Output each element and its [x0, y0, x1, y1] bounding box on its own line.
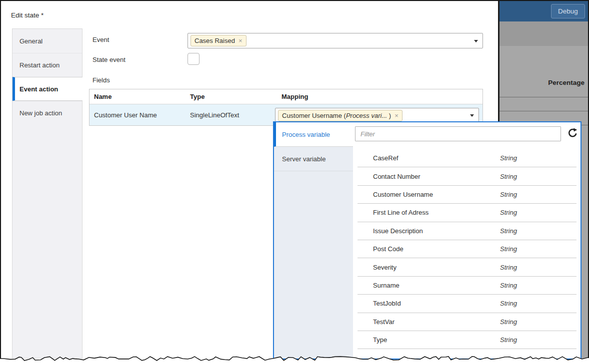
list-item[interactable]: First Line of Adress String	[358, 204, 576, 222]
list-item[interactable]: Issue Description String	[358, 222, 576, 240]
column-header-name: Name	[90, 89, 186, 104]
column-header-mapping: Mapping	[277, 89, 482, 104]
tab-restart-action[interactable]: Restart action	[12, 53, 82, 77]
list-item[interactable]: CaseRef String	[358, 149, 576, 167]
event-label: Event	[92, 36, 109, 43]
list-item[interactable]: Customer Username String	[358, 186, 576, 204]
list-item[interactable]: Severity String	[358, 258, 576, 276]
list-item[interactable]: Surname String	[358, 277, 576, 295]
tab-new-job-action[interactable]: New job action	[12, 101, 82, 125]
mapping-value-tag: Customer Username (Process vari... )×	[278, 110, 402, 121]
tab-process-variable[interactable]: Process variable	[274, 122, 353, 147]
refresh-button[interactable]	[566, 127, 579, 140]
background-header-bar: Debug	[500, 1, 588, 21]
background-table-line	[500, 111, 588, 111]
field-type-cell: SingleLineOfText	[186, 104, 277, 125]
background-table-line	[500, 97, 588, 97]
debug-button[interactable]: Debug	[551, 4, 585, 18]
fields-table: Name Type Mapping Customer User Name Sin…	[89, 89, 483, 126]
dialog-tab-list: General Restart action Event action New …	[12, 28, 82, 359]
fields-label: Fields	[92, 76, 110, 84]
list-item[interactable]: TestJobId String	[358, 295, 576, 313]
remove-tag-icon[interactable]: ×	[394, 112, 398, 119]
fields-table-header: Name Type Mapping	[90, 89, 482, 104]
list-item[interactable]: Type String	[358, 331, 576, 349]
list-item[interactable]: Post Code String	[358, 240, 576, 258]
tab-event-action[interactable]: Event action	[12, 77, 82, 101]
tab-server-variable[interactable]: Server variable	[274, 147, 353, 171]
tab-general[interactable]: General	[12, 29, 82, 53]
refresh-icon	[566, 127, 578, 139]
frame-border-left	[0, 0, 1, 361]
column-header-type: Type	[186, 89, 277, 104]
chevron-down-icon[interactable]	[470, 114, 474, 117]
list-item[interactable]: TestVar String	[358, 313, 576, 331]
dialog-title: Edit state *	[11, 11, 44, 19]
frame-border-top	[0, 0, 589, 1]
state-event-checkbox[interactable]	[188, 53, 200, 65]
event-combobox[interactable]: Cases Raised×	[188, 33, 483, 48]
event-value-tag: Cases Raised×	[190, 35, 246, 46]
state-event-label: State event	[92, 56, 126, 63]
variable-picker-popup: Process variable Server variable CaseRef…	[273, 121, 582, 360]
list-item[interactable]: Contact Number String	[358, 167, 576, 185]
picker-tab-strip: Process variable Server variable	[274, 122, 353, 359]
mapping-combobox[interactable]: Customer Username (Process vari... )×	[275, 108, 479, 123]
field-name-cell: Customer User Name	[90, 104, 186, 125]
background-column-header: Percentage	[548, 79, 584, 86]
variable-list: CaseRef String Contact Number String Cus…	[358, 149, 576, 349]
chevron-down-icon[interactable]	[474, 40, 478, 42]
filter-input[interactable]	[355, 126, 561, 141]
background-toolbar-band	[500, 21, 588, 46]
remove-tag-icon[interactable]: ×	[238, 37, 242, 44]
screenshot-frame: Debug Percentage Edit state * General Re…	[0, 0, 589, 364]
